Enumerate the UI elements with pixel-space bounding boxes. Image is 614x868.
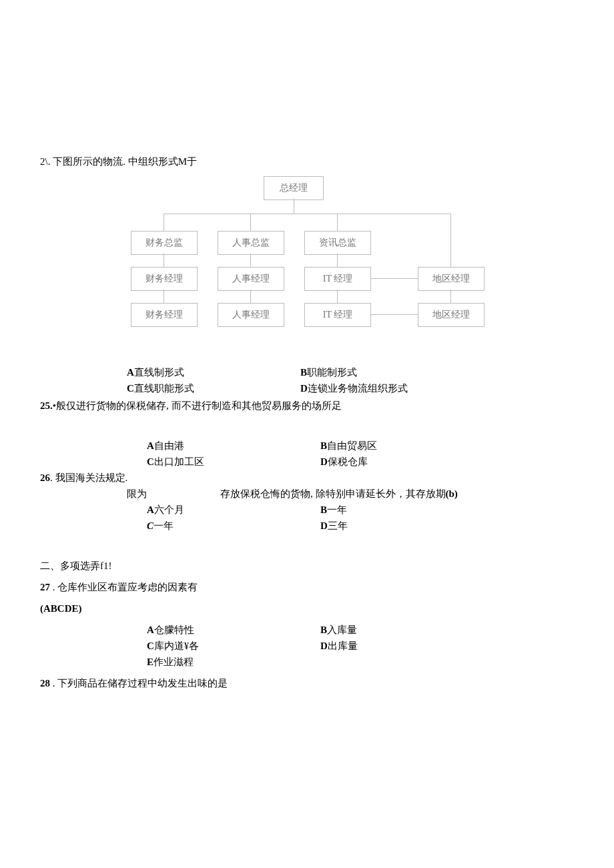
org-line: [337, 213, 338, 231]
q24-choices-row2: C直线职能形式 D连锁业务物流组织形式: [40, 380, 574, 396]
q26-choices-row2: C一年 D三年: [40, 518, 574, 534]
org-line: [164, 213, 450, 214]
org-line: [250, 254, 251, 267]
q27-choices-row2: C库内道¥各 D出库量: [40, 638, 574, 654]
q26-choices-row1: A六个月 B一年: [40, 502, 574, 518]
q27-E: 作业滋程: [154, 657, 194, 667]
q24-prompt: 2\. 下图所示的物流. 中组织形式M于: [40, 153, 574, 169]
q25-choices-row1: A自由港 B自由贸易区: [40, 438, 574, 454]
q25-D: 保税仓库: [328, 456, 368, 467]
org-col4-1: 地区经理: [418, 303, 485, 327]
org-line: [450, 290, 451, 303]
q27-prompt: 27 . 仓库作业区布置应考虑的因素有: [40, 579, 574, 595]
org-col3-1: IT 经理: [304, 267, 371, 291]
q25-B: 自由贸易区: [327, 440, 377, 451]
q24-C: 直线职能形式: [134, 383, 194, 394]
org-top: 总经理: [264, 176, 324, 200]
q26-C-label: C: [147, 520, 154, 531]
q27-choices-row1: A仓朦特性 B入库量: [40, 622, 574, 638]
org-col3-2: IT 经理: [304, 303, 371, 327]
q25-A: 自由港: [154, 440, 184, 451]
org-col2-1: 人事经理: [218, 267, 284, 291]
q26-D: 三年: [328, 520, 348, 531]
q26-prompt-line1: 26. 我国海关法规定.: [40, 470, 574, 486]
org-col4-0: 地区经理: [418, 267, 485, 291]
org-col2-2: 人事经理: [218, 303, 284, 327]
q26-B: 一年: [327, 504, 347, 515]
org-line: [164, 290, 164, 303]
org-col1-1: 财务经理: [131, 267, 198, 291]
q24-A: 直线制形式: [134, 367, 184, 378]
q26-A: 六个月: [154, 504, 184, 515]
org-line: [371, 278, 418, 279]
q27-B: 入库量: [327, 624, 357, 635]
q24-B: 职能制形式: [307, 367, 357, 378]
q25-C: 出口加工区: [154, 456, 204, 467]
org-line: [164, 254, 164, 267]
q25-prompt: 25.•般仅进行货物的保税储存, 而不进行制造和其他贸易服务的场所足: [40, 398, 574, 414]
q27-C: 库内道¥各: [154, 640, 200, 651]
q24-choices-row1: A直线制形式 B职能制形式: [40, 364, 574, 380]
org-line: [250, 213, 251, 231]
section2-heading: 二、多项选弄f1!: [40, 558, 574, 574]
q27-choices-row3: E作业滋程: [40, 654, 574, 670]
org-chart-wrapper: 总经理 财务总监 财务经理 财务经理 人事总监 人事经理 人事经理 资讯总监 I…: [40, 176, 574, 350]
org-col1-2: 财务经理: [131, 303, 198, 327]
org-col3-0: 资讯总监: [304, 231, 371, 255]
q26-C: 一年: [154, 520, 174, 531]
org-col2-0: 人事总监: [218, 231, 284, 255]
q24-D: 连锁业务物流组织形式: [308, 383, 408, 394]
org-line: [164, 213, 164, 231]
org-line: [371, 314, 418, 315]
org-line: [450, 213, 451, 267]
q27-D: 出库量: [328, 640, 358, 651]
org-line: [250, 290, 251, 303]
q27-answer: (ABCDE): [40, 600, 574, 616]
org-col1-0: 财务总监: [131, 231, 198, 255]
q28-prompt: 28 . 下列商品在储存过程中幼发生出味的是: [40, 675, 574, 691]
q26-prompt-line2: 限为 存放保税仓悔的货物, 除特别申请延长外，其存放期(b): [40, 486, 574, 502]
org-chart: 总经理 财务总监 财务经理 财务经理 人事总监 人事经理 人事经理 资讯总监 I…: [120, 176, 494, 350]
org-line: [337, 290, 338, 303]
q25-choices-row2: C出口加工区 D保税仓库: [40, 454, 574, 470]
org-line: [294, 199, 294, 213]
q27-A: 仓朦特性: [154, 624, 194, 635]
org-line: [337, 254, 338, 267]
